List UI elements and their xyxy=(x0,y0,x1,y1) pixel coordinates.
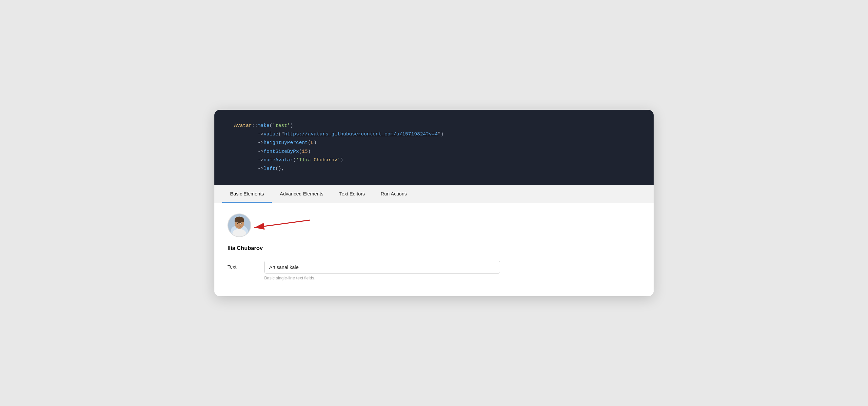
code-line-4: ->fontSizeByPx(15) xyxy=(234,148,638,156)
content-panel: Ilia Chubarov Text Basic single-line tex… xyxy=(214,203,654,296)
code-method-name: nameAvatar xyxy=(264,157,293,163)
code-method-value: value xyxy=(264,132,278,137)
code-number-6: 6 xyxy=(311,140,314,146)
tab-basic-elements[interactable]: Basic Elements xyxy=(222,185,272,203)
code-panel: Avatar::make('test') ->value("https://av… xyxy=(214,110,654,185)
code-url: https://avatars.githubusercontent.com/u/… xyxy=(284,132,438,137)
annotation-arrow xyxy=(248,212,313,235)
avatar-row xyxy=(227,213,641,237)
text-input[interactable] xyxy=(264,261,500,273)
code-method-fontsize: fontSizeByPx xyxy=(264,149,299,154)
code-method-height: heightByPercent xyxy=(264,140,308,146)
form-label-text: Text xyxy=(227,261,254,269)
field-hint: Basic single-line text fields. xyxy=(264,276,641,281)
code-line-5: ->nameAvatar('Ilia Chubarov') xyxy=(234,156,638,165)
code-line-2: ->value("https://avatars.githubuserconte… xyxy=(234,130,638,139)
avatar-image xyxy=(228,214,250,236)
tabs-bar: Basic Elements Advanced Elements Text Ed… xyxy=(214,185,654,203)
code-line-6: ->left(), xyxy=(234,165,638,173)
code-method-make: make xyxy=(258,123,270,128)
main-card: Avatar::make('test') ->value("https://av… xyxy=(214,110,654,296)
tab-advanced-elements[interactable]: Advanced Elements xyxy=(272,185,331,203)
code-arg-test: 'test' xyxy=(272,123,290,128)
svg-rect-5 xyxy=(235,220,244,222)
user-name-label: Ilia Chubarov xyxy=(227,245,641,252)
code-class: Avatar xyxy=(234,123,252,128)
code-method-left: left xyxy=(264,166,275,172)
avatar xyxy=(227,213,251,237)
code-line-3: ->heightByPercent(6) xyxy=(234,139,638,147)
code-line-1: Avatar::make('test') xyxy=(234,122,638,130)
svg-point-9 xyxy=(241,223,242,225)
form-field-wrap: Basic single-line text fields. xyxy=(264,261,641,281)
svg-line-12 xyxy=(254,220,310,228)
tab-text-editors[interactable]: Text Editors xyxy=(332,185,373,203)
form-row: Text Basic single-line text fields. xyxy=(227,261,641,281)
code-number-15: 15 xyxy=(302,149,308,154)
svg-point-8 xyxy=(237,223,238,225)
svg-point-10 xyxy=(239,225,240,226)
tab-run-actions[interactable]: Run Actions xyxy=(373,185,415,203)
